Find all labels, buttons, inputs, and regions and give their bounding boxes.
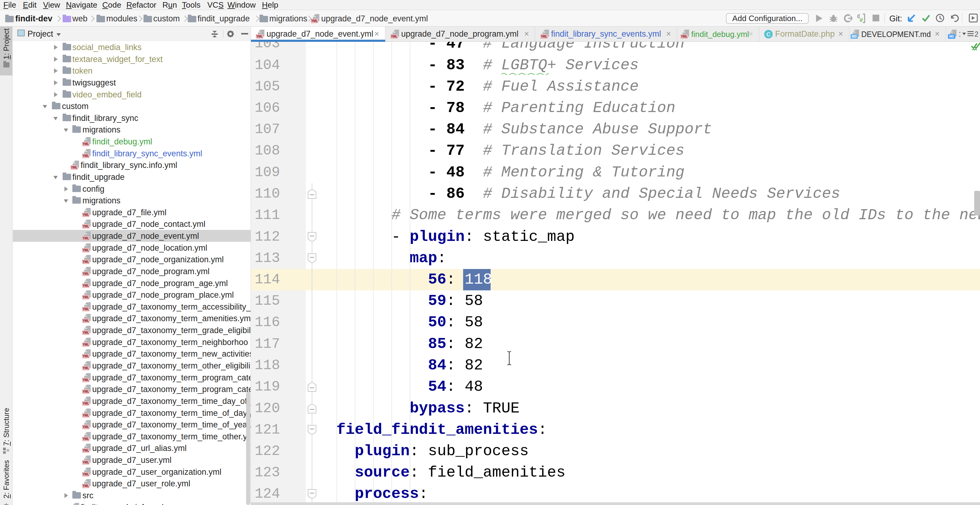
svg-text:C: C xyxy=(766,31,770,38)
svg-text:#: # xyxy=(860,17,863,23)
